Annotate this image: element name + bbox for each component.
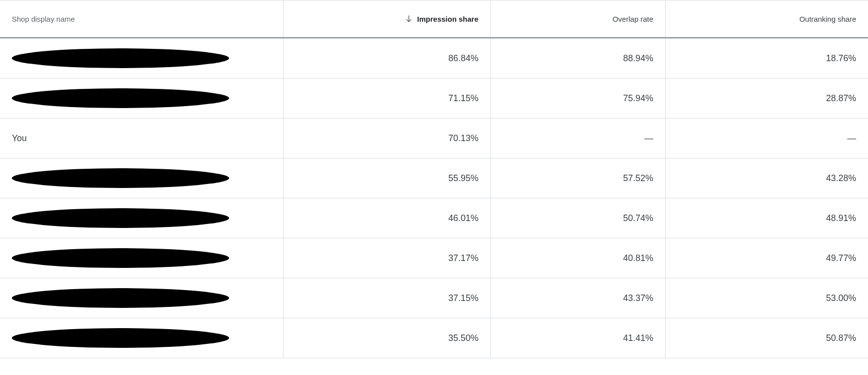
overlap-rate-value: 75.94% bbox=[623, 93, 653, 104]
cell-impression-share: 37.15% bbox=[283, 278, 491, 318]
cell-outranking-share: 18.76% bbox=[666, 38, 868, 78]
cell-outranking-share: 48.91% bbox=[666, 198, 868, 238]
cell-overlap-rate: 57.52% bbox=[491, 158, 666, 198]
table-body: 86.84%88.94%18.76%71.15%75.94%28.87%You7… bbox=[0, 38, 868, 358]
cell-shop-name: You bbox=[0, 118, 283, 158]
table-row: 71.15%75.94%28.87% bbox=[0, 78, 868, 118]
column-header-label: Shop display name bbox=[12, 15, 75, 23]
table-row: 37.15%43.37%53.00% bbox=[0, 278, 868, 318]
sort-descending-icon bbox=[404, 14, 413, 23]
overlap-rate-value: 88.94% bbox=[623, 53, 653, 64]
impression-share-value: 71.15% bbox=[448, 93, 478, 104]
cell-impression-share: 86.84% bbox=[283, 38, 491, 78]
cell-shop-name bbox=[0, 198, 283, 238]
redacted-shop-name bbox=[12, 328, 229, 348]
cell-outranking-share: 49.77% bbox=[666, 238, 868, 278]
outranking-share-value: 53.00% bbox=[826, 293, 856, 303]
column-header-label: Impression share bbox=[417, 15, 478, 23]
cell-shop-name bbox=[0, 278, 283, 318]
redacted-shop-name bbox=[12, 168, 229, 188]
redacted-shop-name bbox=[12, 48, 229, 68]
column-header-shop-name[interactable]: Shop display name bbox=[0, 0, 283, 37]
column-header-overlap-rate[interactable]: Overlap rate bbox=[491, 0, 666, 37]
cell-shop-name bbox=[0, 158, 283, 198]
outranking-share-value: — bbox=[847, 133, 856, 144]
cell-overlap-rate: 88.94% bbox=[491, 38, 666, 78]
table-row: 35.50%41.41%50.87% bbox=[0, 318, 868, 358]
shop-name-text: You bbox=[12, 133, 27, 144]
outranking-share-value: 18.76% bbox=[826, 53, 856, 64]
cell-shop-name bbox=[0, 318, 283, 358]
redacted-shop-name bbox=[12, 88, 229, 108]
outranking-share-value: 28.87% bbox=[826, 93, 856, 104]
cell-outranking-share: 43.28% bbox=[666, 158, 868, 198]
cell-overlap-rate: 43.37% bbox=[491, 278, 666, 318]
overlap-rate-value: 57.52% bbox=[623, 173, 653, 184]
impression-share-value: 46.01% bbox=[448, 213, 478, 224]
column-header-label: Overlap rate bbox=[612, 15, 653, 23]
table-row: 55.95%57.52%43.28% bbox=[0, 158, 868, 198]
column-header-impression-share[interactable]: Impression share bbox=[283, 0, 491, 37]
overlap-rate-value: — bbox=[644, 133, 653, 144]
cell-outranking-share: 53.00% bbox=[666, 278, 868, 318]
outranking-share-value: 50.87% bbox=[826, 333, 856, 343]
redacted-shop-name bbox=[12, 208, 229, 228]
column-header-outranking-share[interactable]: Outranking share bbox=[666, 0, 868, 37]
table-header-row: Shop display name Impression share Overl… bbox=[0, 0, 868, 38]
cell-shop-name bbox=[0, 38, 283, 78]
cell-outranking-share: — bbox=[666, 118, 868, 158]
impression-share-value: 35.50% bbox=[448, 333, 478, 343]
table-row: 37.17%40.81%49.77% bbox=[0, 238, 868, 278]
table-row: 86.84%88.94%18.76% bbox=[0, 38, 868, 78]
cell-impression-share: 37.17% bbox=[283, 238, 491, 278]
cell-overlap-rate: 40.81% bbox=[491, 238, 666, 278]
cell-shop-name bbox=[0, 238, 283, 278]
impression-share-value: 55.95% bbox=[448, 173, 478, 184]
overlap-rate-value: 41.41% bbox=[623, 333, 653, 343]
cell-outranking-share: 50.87% bbox=[666, 318, 868, 358]
outranking-share-value: 43.28% bbox=[826, 173, 856, 184]
table-row: 46.01%50.74%48.91% bbox=[0, 198, 868, 238]
auction-insights-table: Shop display name Impression share Overl… bbox=[0, 0, 868, 358]
overlap-rate-value: 40.81% bbox=[623, 253, 653, 263]
cell-impression-share: 71.15% bbox=[283, 78, 491, 118]
cell-overlap-rate: 75.94% bbox=[491, 78, 666, 118]
impression-share-value: 70.13% bbox=[448, 133, 478, 144]
overlap-rate-value: 43.37% bbox=[623, 293, 653, 303]
cell-impression-share: 35.50% bbox=[283, 318, 491, 358]
redacted-shop-name bbox=[12, 248, 229, 268]
impression-share-value: 86.84% bbox=[448, 53, 478, 64]
cell-outranking-share: 28.87% bbox=[666, 78, 868, 118]
cell-overlap-rate: — bbox=[491, 118, 666, 158]
redacted-shop-name bbox=[12, 288, 229, 308]
table-row: You70.13%—— bbox=[0, 118, 868, 158]
cell-overlap-rate: 41.41% bbox=[491, 318, 666, 358]
cell-overlap-rate: 50.74% bbox=[491, 198, 666, 238]
outranking-share-value: 48.91% bbox=[826, 213, 856, 224]
cell-shop-name bbox=[0, 78, 283, 118]
cell-impression-share: 70.13% bbox=[283, 118, 491, 158]
overlap-rate-value: 50.74% bbox=[623, 213, 653, 224]
cell-impression-share: 46.01% bbox=[283, 198, 491, 238]
column-header-label: Outranking share bbox=[799, 15, 856, 23]
impression-share-value: 37.17% bbox=[448, 253, 478, 263]
outranking-share-value: 49.77% bbox=[826, 253, 856, 263]
cell-impression-share: 55.95% bbox=[283, 158, 491, 198]
impression-share-value: 37.15% bbox=[448, 293, 478, 303]
